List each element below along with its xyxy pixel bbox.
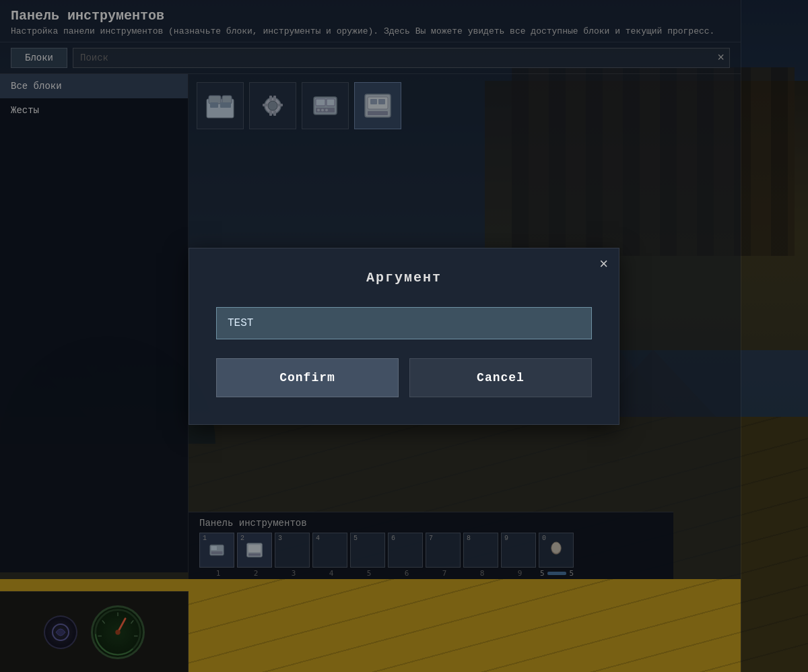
modal-dialog: × Аргумент Confirm Cancel xyxy=(189,248,619,425)
cancel-button[interactable]: Cancel xyxy=(409,358,592,397)
modal-title: Аргумент xyxy=(216,270,592,285)
modal-buttons: Confirm Cancel xyxy=(216,358,592,397)
modal-close-button[interactable]: × xyxy=(599,257,608,271)
modal-overlay: × Аргумент Confirm Cancel xyxy=(0,0,808,672)
modal-argument-input[interactable] xyxy=(216,307,592,339)
confirm-button[interactable]: Confirm xyxy=(216,358,399,397)
